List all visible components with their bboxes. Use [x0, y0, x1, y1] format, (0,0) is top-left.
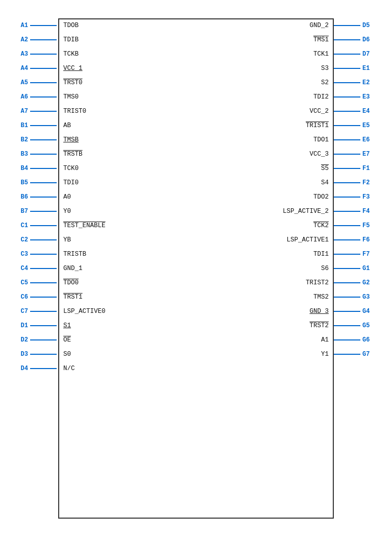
left-signal-row: TRIST0 [63, 104, 196, 118]
left-pin-line [30, 297, 57, 298]
right-signals: GND_2TMS1TCK1S3S2TDI2VCC_2TRIST1TDO1VCC_… [196, 18, 333, 519]
left-pin-row: B4 [12, 161, 58, 176]
right-pin-row: F6 [334, 233, 380, 247]
left-pin-label: C3 [12, 251, 30, 258]
right-signal-row: S2 [321, 76, 329, 90]
right-pin-label: E3 [360, 93, 378, 101]
right-signal-row: TDO2 [313, 190, 329, 204]
right-pin-label: F6 [360, 236, 378, 243]
right-pin-row: E1 [334, 61, 380, 76]
right-pin-label: G6 [360, 336, 378, 344]
right-pin-label: G2 [360, 279, 378, 286]
left-pin-label: A4 [12, 65, 30, 72]
diagram-container: A1A2A3A4A5A6A7B1B2B3B4B5B6B7C1C2C3C4C5C6… [12, 8, 380, 529]
left-pin-line [30, 225, 57, 226]
left-signal-row: TRSTB [63, 147, 196, 161]
left-signal-row: TEST_ENABLE [63, 218, 196, 233]
right-signal-row: TMS1 [313, 33, 329, 47]
right-pin-label: E6 [360, 136, 378, 143]
right-pin-row: G6 [334, 333, 380, 347]
left-pin-label: D4 [12, 365, 30, 372]
left-pin-label: D2 [12, 336, 30, 344]
left-signal-row: OE [63, 333, 196, 347]
right-pin-row: F4 [334, 204, 380, 218]
right-pin-row: G5 [334, 319, 380, 333]
right-pin-row: D6 [334, 33, 380, 47]
right-signal-row: TCK2 [313, 218, 329, 233]
left-pin-line [30, 96, 57, 97]
left-signal-row: TMSB [63, 133, 196, 147]
left-pin-line [30, 168, 57, 169]
right-pin-line [334, 125, 360, 126]
right-pin-row: G3 [334, 290, 380, 304]
right-pin-line [334, 96, 360, 97]
left-pin-line [30, 68, 57, 69]
left-signal-row: S1 [63, 319, 196, 333]
right-signal-row: TRIST1 [306, 118, 329, 133]
left-pin-label: C7 [12, 308, 30, 315]
right-pin-label: E1 [360, 65, 378, 72]
right-pin-row: E7 [334, 147, 380, 161]
left-pin-line [30, 182, 57, 183]
left-pin-row: C3 [12, 247, 58, 261]
left-pins: A1A2A3A4A5A6A7B1B2B3B4B5B6B7C1C2C3C4C5C6… [12, 18, 58, 376]
right-pin-row: F1 [334, 161, 380, 176]
right-pin-row: F3 [334, 190, 380, 204]
left-pin-line [30, 354, 57, 355]
left-pin-row: B2 [12, 133, 58, 147]
right-pin-label: D7 [360, 51, 378, 58]
right-signal-row: LSP_ACTIVE1 [286, 233, 329, 247]
right-pin-line [334, 354, 360, 355]
right-pin-row: F2 [334, 176, 380, 190]
left-signal-row: N/C [63, 361, 196, 376]
right-signal-row: VCC_2 [309, 104, 329, 118]
left-pin-line [30, 154, 57, 155]
left-pin-row: D3 [12, 347, 58, 361]
left-pin-line [30, 82, 57, 83]
left-pin-row: B5 [12, 176, 58, 190]
left-pin-row: C6 [12, 290, 58, 304]
right-signal-row: TDI2 [313, 90, 329, 104]
left-pin-line [30, 211, 57, 212]
right-signal-row: TMS2 [313, 290, 329, 304]
left-pin-label: B7 [12, 208, 30, 215]
right-pin-label: G1 [360, 265, 378, 272]
left-signal-row: Y0 [63, 204, 196, 218]
right-pin-row: G2 [334, 276, 380, 290]
left-signal-row: TRST1 [63, 290, 196, 304]
right-pin-line [334, 239, 360, 240]
right-pin-line [334, 197, 360, 198]
right-pin-label: E4 [360, 108, 378, 115]
left-pin-row: B6 [12, 190, 58, 204]
left-pin-line [30, 325, 57, 326]
left-signal-row: S0 [63, 347, 196, 361]
left-pin-line [30, 125, 57, 126]
right-pin-label: G4 [360, 308, 378, 315]
left-pin-row: D2 [12, 333, 58, 347]
left-pin-row: A5 [12, 76, 58, 90]
left-pin-row: D1 [12, 319, 58, 333]
inner-labels: TDOBTDIBTCKBVCC_1TRST0TMS0TRIST0ABTMSBTR… [59, 18, 333, 519]
right-pin-line [334, 297, 360, 298]
right-pin-row: E6 [334, 133, 380, 147]
right-pin-label: F2 [360, 179, 378, 186]
right-pin-row: D5 [334, 18, 380, 33]
right-pin-line [334, 25, 360, 26]
right-signal-row: LSP_ACTIVE_2 [283, 204, 329, 218]
right-signal-row: TRST2 [309, 319, 329, 333]
left-pin-label: A5 [12, 79, 30, 86]
left-pin-row: D4 [12, 361, 58, 376]
left-pin-line [30, 311, 57, 312]
right-pin-row: E2 [334, 76, 380, 90]
right-signal-row: S6 [321, 261, 329, 276]
right-signal-row: TCK1 [313, 47, 329, 61]
left-pin-row: B7 [12, 204, 58, 218]
left-signal-row: TRISTB [63, 247, 196, 261]
left-pin-label: A7 [12, 108, 30, 115]
left-pin-label: B6 [12, 193, 30, 201]
right-signal-row: S3 [321, 61, 329, 76]
left-pin-label: B3 [12, 151, 30, 158]
left-pin-line [30, 339, 57, 340]
right-signal-row: TDI1 [313, 247, 329, 261]
left-pin-label: B2 [12, 136, 30, 143]
